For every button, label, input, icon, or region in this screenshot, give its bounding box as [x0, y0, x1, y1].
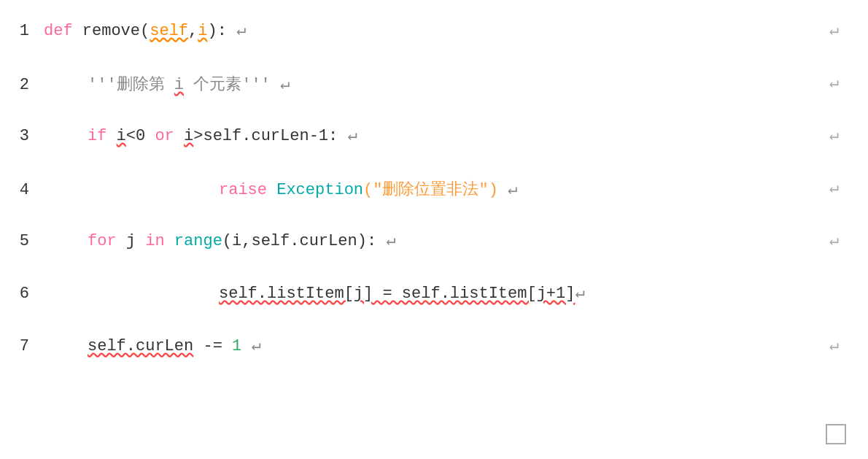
token-j: j — [126, 232, 145, 250]
token-docstring-open: '''删除第 — [88, 73, 174, 95]
code-viewer: 1 def remove(self,i): ↵ ↵ 2 '''删除第 i 个元素… — [0, 0, 868, 459]
token-return-7: ↵ — [251, 336, 260, 355]
line-number-4: 4 — [0, 181, 44, 199]
token-comma: , — [188, 22, 198, 40]
token-if: if — [88, 127, 117, 145]
code-line-1: 1 def remove(self,i): ↵ ↵ — [0, 15, 868, 67]
token-in: in — [145, 232, 174, 250]
token-range: range — [174, 232, 222, 250]
token-i-cond2: i — [184, 127, 193, 145]
token-return-5: ↵ — [386, 231, 395, 250]
line-end-icon-2: ↵ — [829, 73, 839, 93]
token-return-3: ↵ — [347, 126, 357, 145]
line-end-icon-4: ↵ — [829, 178, 839, 198]
token-curlen-dec: self.curLen — [88, 337, 193, 355]
token-paren-colon: ): — [207, 22, 236, 40]
token-gt-curlen: >self.curLen-1: — [193, 127, 347, 145]
token-return-2: ↵ — [280, 74, 290, 94]
code-line-6: 6 self.listItem[j] = self.listItem[j+1]↵ — [0, 277, 868, 330]
token-i-cond1: i — [117, 127, 126, 145]
line-number-5: 5 — [0, 232, 44, 250]
line-number-3: 3 — [0, 127, 44, 145]
line-content-3: if i<0 or i>self.curLen-1: ↵ — [44, 126, 868, 145]
token-exception: Exception — [276, 181, 363, 199]
code-line-5: 5 for j in range(i,self.curLen): ↵ ↵ — [0, 225, 868, 277]
line-content-7: self.curLen -= 1 ↵ — [44, 336, 868, 355]
token-return-4: ↵ — [508, 180, 517, 199]
token-one: 1 — [232, 337, 251, 355]
token-or: or — [155, 127, 184, 145]
line-number-7: 7 — [0, 337, 44, 355]
token-i-doc: i — [174, 76, 184, 94]
token-docstring-close: 个元素''' — [184, 73, 280, 95]
token-self: self — [150, 22, 188, 40]
line-number-6: 6 — [0, 285, 44, 303]
line-content-1: def remove(self,i): ↵ — [44, 20, 868, 40]
line-end-icon-5: ↵ — [829, 231, 839, 250]
token-listitem-assign: self.listItem[j] = self.listItem[j+1] — [219, 285, 575, 303]
code-line-2: 2 '''删除第 i 个元素''' ↵ ↵ — [0, 67, 868, 120]
line-end-icon-7: ↵ — [829, 336, 839, 355]
token-raise: raise — [219, 181, 276, 199]
token-remove: remove( — [82, 22, 150, 40]
token-exception-msg: ("删除位置非法") — [363, 178, 508, 200]
token-return-6: ↵ — [575, 283, 584, 303]
token-def: def — [44, 22, 82, 40]
token-i1: i — [198, 22, 207, 40]
token-range-args: (i,self.curLen): — [222, 232, 386, 250]
line-number-1: 1 — [0, 22, 44, 40]
line-number-2: 2 — [0, 76, 44, 94]
code-line-4: 4 raise Exception("删除位置非法") ↵ ↵ — [0, 172, 868, 225]
square-icon — [826, 424, 846, 444]
line-end-icon-3: ↵ — [829, 126, 839, 145]
line-content-2: '''删除第 i 个元素''' ↵ — [44, 73, 868, 95]
line-content-5: for j in range(i,self.curLen): ↵ — [44, 231, 868, 250]
token-for: for — [88, 232, 126, 250]
token-return-1: ↵ — [236, 20, 246, 40]
token-minuseq: -= — [193, 337, 232, 355]
line-end-icon-1: ↵ — [829, 20, 839, 40]
code-line-7: 7 self.curLen -= 1 ↵ ↵ — [0, 330, 868, 382]
line-content-6: self.listItem[j] = self.listItem[j+1]↵ — [44, 283, 868, 303]
token-lt0: <0 — [126, 127, 155, 145]
code-line-3: 3 if i<0 or i>self.curLen-1: ↵ ↵ — [0, 120, 868, 172]
line-content-4: raise Exception("删除位置非法") ↵ — [44, 178, 868, 200]
